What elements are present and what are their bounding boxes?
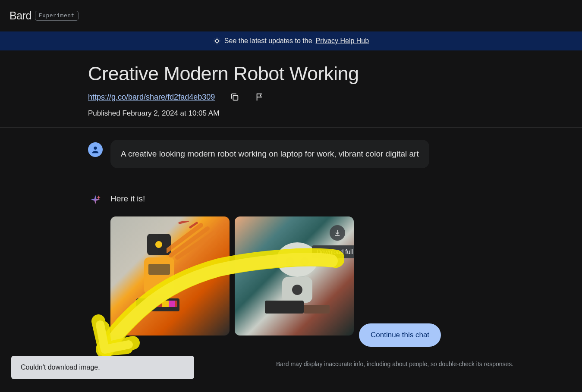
svg-point-15 (303, 260, 306, 263)
download-tooltip: Download full size (312, 245, 354, 258)
page-title: Creative Modern Robot Working (88, 63, 582, 85)
download-button[interactable] (330, 225, 345, 241)
svg-rect-1 (233, 95, 238, 100)
copy-icon[interactable] (230, 92, 240, 102)
bard-response: Here it is! (88, 192, 582, 207)
app-header: Bard Experiment (0, 0, 582, 31)
flag-icon[interactable] (255, 92, 265, 102)
svg-rect-9 (162, 301, 169, 307)
svg-rect-6 (148, 264, 170, 275)
user-prompt-bubble: A creative looking modern robot working … (110, 140, 429, 168)
user-message: A creative looking modern robot working … (88, 140, 582, 168)
svg-point-17 (292, 285, 302, 295)
svg-point-2 (94, 147, 97, 150)
privacy-hub-link[interactable]: Privacy Help Hub (316, 37, 369, 45)
published-date: Published February 2, 2024 at 10:05 AM (88, 109, 582, 118)
svg-rect-10 (169, 301, 175, 307)
update-banner: See the latest updates to the Privacy He… (0, 31, 582, 50)
user-avatar (88, 142, 103, 157)
generated-image-2[interactable]: Download full size (235, 216, 354, 336)
banner-text: See the latest updates to the (224, 37, 312, 45)
generated-images: Download full size (110, 216, 582, 336)
url-row: https://g.co/bard/share/fd2fad4eb309 (88, 92, 582, 102)
chat-area: A creative looking modern robot working … (0, 128, 582, 336)
continue-chat-button[interactable]: Continue this chat (359, 323, 441, 347)
svg-rect-5 (144, 257, 174, 294)
bard-spark-icon (88, 192, 103, 207)
svg-point-14 (288, 260, 292, 263)
generated-image-1[interactable] (110, 216, 230, 336)
experiment-badge: Experiment (35, 11, 79, 21)
svg-rect-19 (304, 305, 330, 314)
share-url[interactable]: https://g.co/bard/share/fd2fad4eb309 (88, 93, 215, 102)
logo[interactable]: Bard Experiment (9, 9, 79, 22)
logo-text: Bard (9, 9, 31, 22)
disclaimer-text: Bard may display inaccurate info, includ… (276, 361, 513, 367)
title-block: Creative Modern Robot Working https://g.… (0, 50, 582, 128)
bard-reply-text: Here it is! (110, 194, 145, 204)
error-toast: Couldn't download image. (11, 356, 194, 379)
svg-point-4 (155, 241, 162, 248)
svg-rect-18 (265, 301, 304, 314)
burst-icon (213, 37, 221, 45)
svg-point-0 (215, 39, 219, 43)
